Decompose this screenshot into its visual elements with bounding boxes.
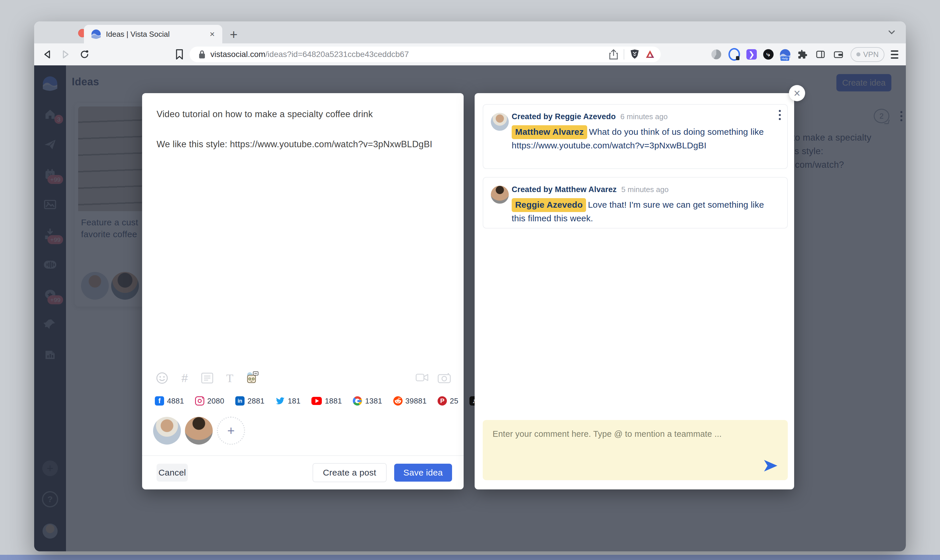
add-profile-button[interactable]: + <box>217 417 245 445</box>
send-comment-icon[interactable] <box>763 459 778 473</box>
social-count-row: f 4881 2080 in 2881 181 <box>155 396 455 406</box>
twitter-count-chip[interactable]: 181 <box>276 396 300 406</box>
extension-row: ❯ ⤷ Help VPN <box>710 43 898 65</box>
browser-window: Ideas | Vista Social × + vistasocial.com… <box>34 22 906 551</box>
comment-timestamp: 5 minutes ago <box>621 185 669 194</box>
tab-title: Ideas | Vista Social <box>106 30 170 39</box>
browser-toolbar: vistasocial.com /ideas?id=64820a5231ccbe… <box>34 43 906 66</box>
reddit-count-chip[interactable]: 39881 <box>393 396 427 406</box>
purple-arrow-extension-icon[interactable]: ❯ <box>746 49 757 60</box>
tab-strip: Ideas | Vista Social × + <box>34 22 906 43</box>
comment-input[interactable]: Enter your comment here. Type @ to menti… <box>483 420 788 480</box>
video-icon[interactable] <box>416 371 429 385</box>
text-variation-icon[interactable]: T <box>223 371 236 385</box>
forward-icon[interactable] <box>59 48 72 62</box>
brave-shield-icon[interactable] <box>630 49 639 60</box>
linkedin-count-chip[interactable]: in 2881 <box>235 396 265 406</box>
vista-social-favicon-icon <box>91 29 101 39</box>
share-icon[interactable] <box>609 49 618 60</box>
youtube-count-chip[interactable]: 1881 <box>311 397 342 406</box>
facebook-count-chip[interactable]: f 4881 <box>155 396 184 406</box>
emoji-icon[interactable] <box>156 371 169 385</box>
comment-author: Created by Matthew Alvarez <box>512 185 617 194</box>
facebook-icon: f <box>155 396 164 406</box>
profile-avatar-row: + <box>153 417 245 445</box>
comment-text: Matthew AlvarezWhat do you think of us d… <box>512 125 779 152</box>
ai-assistant-robot-icon[interactable] <box>246 371 259 385</box>
new-tab-button[interactable]: + <box>230 27 237 42</box>
url-path: /ideas?id=64820a5231ccbe43ceddcb67 <box>265 50 409 59</box>
vpn-status-dot <box>856 52 860 56</box>
comment-text: Reggie AzevedoLove that! I'm sure we can… <box>512 198 779 225</box>
cancel-button[interactable]: Cancel <box>157 464 188 482</box>
idea-editor-modal: Video tutorial on how to make a specialt… <box>142 93 464 489</box>
comment-card: Created by Reggie Azevedo 6 minutes ago … <box>483 104 788 169</box>
comment-author-avatar <box>491 113 509 131</box>
google-icon <box>353 396 362 406</box>
extensions-puzzle-icon[interactable] <box>797 49 808 60</box>
url-bar-divider <box>624 49 624 60</box>
editor-media-row <box>416 371 451 385</box>
youtube-icon <box>311 397 322 405</box>
tab-close-icon[interactable]: × <box>210 30 215 38</box>
hashtag-icon[interactable]: # <box>178 371 191 385</box>
dark-extension-icon[interactable]: ⤷ <box>763 49 774 60</box>
idea-text-line: Video tutorial on how to make a specialt… <box>157 108 452 120</box>
close-modal-icon[interactable]: × <box>789 85 805 101</box>
url-domain: vistasocial.com <box>210 50 265 59</box>
idea-text-line: We like this style: https://www.youtube.… <box>157 138 452 151</box>
save-idea-button[interactable]: Save idea <box>394 464 452 482</box>
mention-chip: Reggie Azevedo <box>512 198 586 212</box>
linkedin-icon: in <box>235 396 245 406</box>
comment-input-placeholder: Enter your comment here. Type @ to menti… <box>493 429 721 439</box>
pinterest-count-chip[interactable]: P 25 <box>438 396 458 406</box>
help-badge: Help <box>781 56 789 61</box>
desktop-background: Ideas | Vista Social × + vistasocial.com… <box>0 0 940 560</box>
create-post-button[interactable]: Create a post <box>313 463 387 482</box>
vpn-label: VPN <box>863 50 878 59</box>
idea-text-area[interactable]: Video tutorial on how to make a specialt… <box>157 108 452 168</box>
profile-avatar[interactable] <box>153 417 181 445</box>
google-count-chip[interactable]: 1381 <box>353 396 382 406</box>
bookmark-icon[interactable] <box>173 48 186 62</box>
reload-icon[interactable] <box>77 48 91 62</box>
comment-timestamp: 6 minutes ago <box>621 112 668 121</box>
camera-icon[interactable] <box>438 371 451 385</box>
tab-ideas[interactable]: Ideas | Vista Social × <box>84 25 222 43</box>
back-icon[interactable] <box>40 48 54 62</box>
brave-rewards-triangle-icon[interactable] <box>645 49 655 59</box>
password-manager-extension-icon[interactable] <box>729 49 740 60</box>
vpn-button[interactable]: VPN <box>851 47 885 62</box>
instagram-icon <box>195 396 204 406</box>
menu-icon[interactable] <box>891 50 898 59</box>
comment-kebab-icon[interactable] <box>779 110 781 120</box>
snippet-icon[interactable] <box>200 371 214 385</box>
mention-chip: Matthew Alvarez <box>512 125 587 139</box>
comment-author: Created by Reggie Azevedo <box>512 112 616 121</box>
tab-search-chevron-icon[interactable] <box>887 29 896 35</box>
comment-author-avatar <box>491 186 509 204</box>
reddit-icon <box>393 396 402 406</box>
lock-icon <box>198 50 206 59</box>
editor-tool-row: # T <box>156 371 259 385</box>
twitter-icon <box>276 396 285 406</box>
idea-modal-footer: Cancel Create a post Save idea <box>142 455 464 489</box>
url-bar[interactable]: vistasocial.com /ideas?id=64820a5231ccbe… <box>190 46 661 62</box>
pinterest-icon: P <box>438 396 447 406</box>
profile-avatar[interactable] <box>185 417 213 445</box>
comments-panel: Created by Reggie Azevedo 6 minutes ago … <box>475 93 794 489</box>
page-viewport: 3 31 +99 +99 +99 <box>34 65 906 551</box>
profile-pie-extension-icon[interactable] <box>710 49 722 60</box>
desktop-wallpaper-strip <box>0 555 940 560</box>
comment-card: Created by Matthew Alvarez 5 minutes ago… <box>483 177 788 229</box>
sidebar-toggle-icon[interactable] <box>815 49 826 60</box>
vista-social-extension-icon[interactable]: Help <box>780 49 791 60</box>
instagram-count-chip[interactable]: 2080 <box>195 396 224 406</box>
wallet-icon[interactable] <box>833 49 844 60</box>
